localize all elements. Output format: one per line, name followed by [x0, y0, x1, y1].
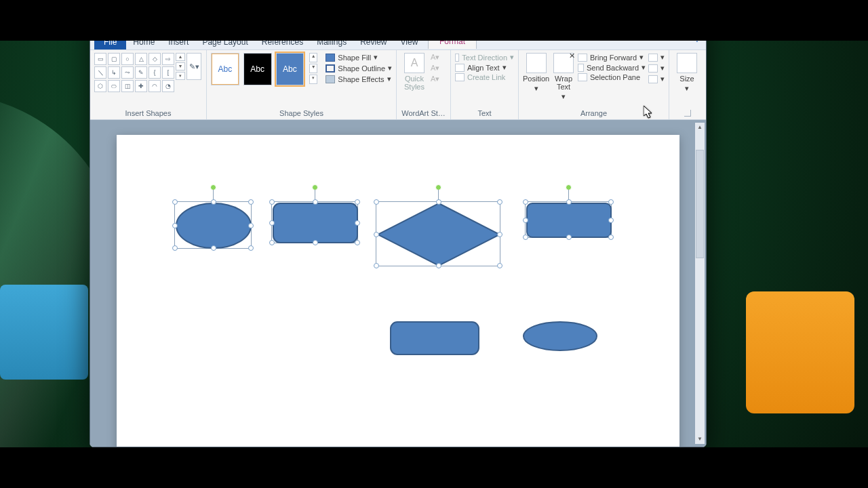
shape-arrow-icon[interactable]: ⇨	[162, 53, 174, 65]
resize-handle[interactable]	[172, 199, 178, 205]
shape-diamond-icon[interactable]: ◇	[149, 53, 161, 65]
resize-handle[interactable]	[172, 245, 178, 251]
resize-handle[interactable]	[374, 232, 379, 237]
shape-gallery-up[interactable]: ▲	[176, 53, 185, 61]
resize-handle[interactable]	[313, 240, 318, 245]
shape-gallery-down[interactable]: ▼	[176, 62, 185, 70]
size-group-label	[673, 116, 692, 118]
ellipse-shape-2[interactable]	[522, 321, 598, 352]
svg-point-0	[176, 203, 251, 248]
ellipse-shape[interactable]	[174, 201, 252, 249]
rounded-rect-shape[interactable]	[271, 201, 358, 243]
resize-handle[interactable]	[211, 199, 216, 205]
resize-handle[interactable]	[497, 199, 502, 205]
resize-handle[interactable]	[355, 199, 360, 205]
style-gallery-more[interactable]: ▾	[309, 75, 317, 84]
resize-handle[interactable]	[436, 263, 441, 268]
rounded-rect-shape-2[interactable]	[525, 201, 612, 238]
shape-pie-icon[interactable]: ◔	[162, 80, 174, 92]
shape-line-icon[interactable]: ＼	[94, 66, 106, 79]
group-button[interactable]: ▾	[648, 64, 665, 73]
align-text-button[interactable]: Align Text▾	[455, 63, 514, 72]
shape-style-3[interactable]: Abc	[276, 53, 304, 85]
shape-rectangle-icon[interactable]: ▭	[94, 53, 106, 65]
resize-handle[interactable]	[566, 235, 572, 240]
shape-conn-arrow-icon[interactable]: ↳	[108, 66, 120, 79]
shape-styles-group: Abc Abc Abc ▲ ▼ ▾ Shape Fill▾ Shape Outl…	[207, 50, 397, 119]
resize-handle[interactable]	[566, 199, 572, 205]
resize-handle[interactable]	[248, 223, 254, 228]
shape-curve-icon[interactable]: ⤳	[121, 66, 134, 79]
edit-shape-button[interactable]: ✎▾	[186, 53, 201, 80]
style-gallery-up[interactable]: ▲	[309, 53, 317, 62]
shape-gallery[interactable]: ▭ ▢ ○ △ ◇ ⇨ ＼ ↳ ⤳ ✎ { [ ⬡ ⬭ ◫	[94, 53, 174, 92]
resize-handle[interactable]	[436, 199, 441, 205]
insert-shapes-label: Insert Shapes	[94, 108, 202, 118]
position-button[interactable]: Position ▾	[523, 53, 549, 100]
page[interactable]	[117, 135, 679, 447]
shape-arc-icon[interactable]: ◠	[149, 80, 161, 92]
shape-gallery-more[interactable]: ▾	[176, 72, 185, 80]
selection-pane-button[interactable]: Selection Pane	[578, 73, 646, 81]
text-group: Text Direction▾ Align Text▾ Create Link …	[451, 50, 519, 119]
scroll-down-icon[interactable]: ▼	[695, 434, 705, 444]
mouse-cursor-icon	[644, 106, 653, 119]
resize-handle[interactable]	[269, 240, 275, 245]
shape-effects-button[interactable]: Shape Effects▾	[326, 75, 392, 83]
quick-styles-button: A Quick Styles	[401, 53, 428, 91]
shape-rounded-rect-icon[interactable]: ▢	[108, 53, 120, 65]
wrap-text-button[interactable]: ✕ Wrap Text ▾	[552, 53, 575, 100]
selection-pane-label: Selection Pane	[590, 73, 640, 81]
shape-fill-button[interactable]: Shape Fill▾	[326, 53, 392, 62]
resize-handle[interactable]	[355, 220, 360, 226]
shape-style-1[interactable]: Abc	[211, 53, 239, 85]
size-label: Size	[679, 75, 694, 83]
vertical-scrollbar[interactable]: ▲ ▼	[695, 123, 705, 444]
resize-handle[interactable]	[355, 240, 360, 245]
shape-free-icon[interactable]: ✎	[135, 66, 147, 79]
resize-handle[interactable]	[172, 223, 178, 228]
resize-handle[interactable]	[269, 199, 275, 205]
resize-handle[interactable]	[608, 235, 614, 240]
shape-style-2[interactable]: Abc	[243, 53, 272, 85]
shape-bracket-icon[interactable]: [	[162, 66, 174, 79]
size-button[interactable]: Size ▾	[673, 53, 701, 92]
svg-point-5	[524, 322, 597, 350]
resize-handle[interactable]	[374, 199, 379, 205]
resize-handle[interactable]	[608, 218, 614, 223]
resize-handle[interactable]	[211, 245, 216, 251]
resize-handle[interactable]	[313, 199, 318, 205]
resize-handle[interactable]	[523, 235, 528, 240]
send-backward-button[interactable]: Send Backward▾	[578, 63, 646, 72]
diamond-shape[interactable]	[376, 201, 500, 266]
shape-outline-button[interactable]: Shape Outline▾	[326, 64, 392, 73]
resize-handle[interactable]	[374, 263, 379, 268]
shape-plus-icon[interactable]: ✚	[135, 80, 147, 92]
shape-triangle-icon[interactable]: △	[135, 53, 147, 65]
resize-handle[interactable]	[523, 218, 528, 223]
resize-handle[interactable]	[269, 220, 275, 226]
resize-handle[interactable]	[248, 245, 254, 251]
svg-rect-1	[273, 203, 357, 243]
scroll-thumb[interactable]	[696, 150, 704, 258]
svg-marker-6	[644, 106, 652, 118]
resize-handle[interactable]	[608, 199, 614, 205]
shape-brace-icon[interactable]: {	[149, 66, 161, 79]
rounded-rect-shape-3[interactable]	[389, 321, 480, 356]
size-launcher-icon[interactable]	[684, 110, 691, 117]
scroll-up-icon[interactable]: ▲	[695, 123, 705, 132]
resize-handle[interactable]	[248, 199, 254, 205]
rotate-button[interactable]: ▾	[648, 75, 665, 83]
resize-handle[interactable]	[523, 199, 528, 205]
shape-cube-icon[interactable]: ◫	[121, 80, 134, 92]
shape-ellipse-icon[interactable]: ○	[121, 53, 134, 65]
create-link-button: Create Link	[455, 73, 514, 81]
resize-handle[interactable]	[497, 232, 502, 237]
bring-forward-button[interactable]: Bring Forward▾	[578, 53, 646, 62]
align-button[interactable]: ▾	[648, 53, 665, 62]
shape-can-icon[interactable]: ⬭	[108, 80, 120, 92]
resize-handle[interactable]	[497, 263, 502, 268]
text-group-label: Text	[455, 108, 514, 118]
shape-hex-icon[interactable]: ⬡	[94, 80, 106, 92]
style-gallery-down[interactable]: ▼	[309, 64, 317, 73]
